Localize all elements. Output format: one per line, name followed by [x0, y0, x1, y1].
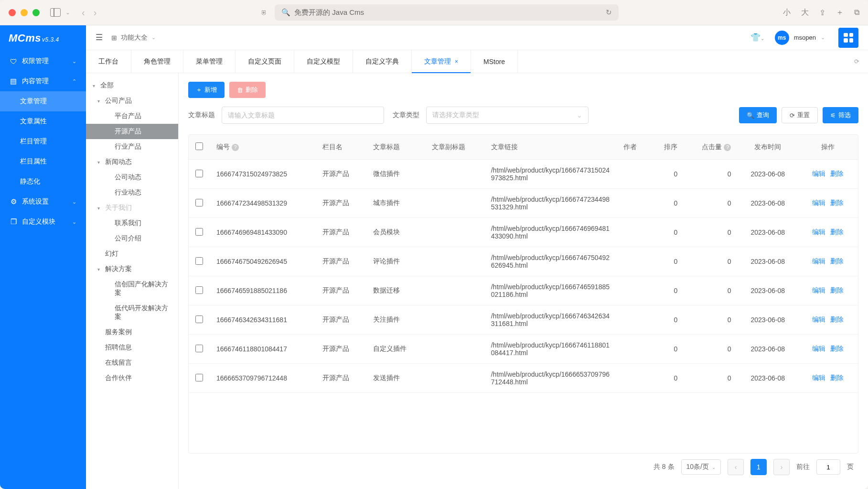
share-icon[interactable]: ⇪	[819, 8, 825, 17]
nav-item-自定义模块[interactable]: ❒自定义模块⌄	[0, 212, 86, 232]
row-checkbox[interactable]	[195, 374, 203, 381]
tree-item-合作伙伴[interactable]: 合作伙伴	[86, 370, 178, 386]
tab-自定义页面[interactable]: 自定义页面	[236, 50, 294, 73]
refresh-icon[interactable]: ↻	[606, 8, 612, 17]
row-checkbox[interactable]	[195, 315, 203, 323]
delete-link[interactable]: 删除	[830, 374, 844, 381]
text-size-small[interactable]: 小	[783, 8, 791, 18]
tree-item-解决方案[interactable]: ▾解决方案	[86, 261, 178, 277]
tree-item-服务案例[interactable]: 服务案例	[86, 325, 178, 340]
tree-item-平台产品[interactable]: 平台产品	[86, 109, 178, 124]
url-bar[interactable]: 🔍 免费开源的 Java Cms ↻	[275, 4, 619, 21]
tree-item-关于我们[interactable]: ▾关于我们	[86, 200, 178, 216]
edit-link[interactable]: 编辑	[812, 315, 825, 323]
apps-grid-button[interactable]	[838, 28, 858, 48]
full-menu-button[interactable]: ⊞ 功能大全 ⌄	[111, 33, 156, 42]
tab-文章管理[interactable]: 文章管理×	[412, 50, 471, 73]
delete-link[interactable]: 删除	[830, 345, 844, 352]
tree-item-招聘信息[interactable]: 招聘信息	[86, 340, 178, 355]
help-icon[interactable]: ?	[724, 144, 731, 151]
edit-link[interactable]: 编辑	[812, 345, 825, 352]
tree-item-开源产品[interactable]: 开源产品	[86, 124, 178, 139]
row-checkbox[interactable]	[195, 228, 203, 236]
page-size-select[interactable]: 10条/页 ⌄	[681, 459, 721, 475]
shield-icon: 🛡	[10, 57, 17, 65]
edit-link[interactable]: 编辑	[812, 257, 825, 265]
tree-item-公司介绍[interactable]: 公司介绍	[86, 231, 178, 246]
select-all-checkbox[interactable]	[195, 142, 203, 150]
cell-publish-time: 2023-06-08	[738, 305, 798, 335]
edit-link[interactable]: 编辑	[812, 286, 825, 294]
nav-sub-文章属性[interactable]: 文章属性	[0, 111, 86, 131]
row-checkbox[interactable]	[195, 199, 203, 206]
collapse-sidebar-icon[interactable]: ☰	[96, 33, 103, 43]
delete-link[interactable]: 删除	[830, 286, 844, 294]
row-checkbox[interactable]	[195, 345, 203, 352]
filter-title-input[interactable]	[222, 107, 384, 124]
new-tab-icon[interactable]: ＋	[836, 8, 844, 18]
edit-link[interactable]: 编辑	[812, 228, 825, 236]
edit-link[interactable]: 编辑	[812, 199, 825, 206]
delete-link[interactable]: 删除	[830, 228, 844, 236]
page-number-button[interactable]: 1	[750, 459, 767, 475]
close-tab-icon[interactable]: ×	[455, 58, 458, 65]
tree-item-全部[interactable]: ▾全部	[86, 78, 178, 93]
filter-button[interactable]: ⚟ 筛选	[823, 107, 858, 123]
text-size-large[interactable]: 大	[801, 8, 809, 18]
delete-button[interactable]: 🗑 删除	[229, 82, 266, 98]
reset-button[interactable]: ⟳ 重置	[782, 107, 818, 123]
edit-link[interactable]: 编辑	[812, 374, 825, 381]
tab-菜单管理[interactable]: 菜单管理	[183, 50, 236, 73]
goto-page-input[interactable]	[816, 459, 840, 475]
nav-item-权限管理[interactable]: 🛡权限管理⌄	[0, 51, 86, 71]
tab-MStore[interactable]: MStore	[471, 50, 518, 73]
maximize-window-button[interactable]	[32, 9, 40, 16]
user-menu[interactable]: ms msopen ⌄	[775, 31, 825, 45]
delete-link[interactable]: 删除	[830, 170, 844, 177]
chevron-down-icon[interactable]: ⌄	[65, 9, 70, 16]
tree-item-行业产品[interactable]: 行业产品	[86, 139, 178, 154]
delete-link[interactable]: 删除	[830, 199, 844, 206]
tree-item-联系我们[interactable]: 联系我们	[86, 216, 178, 231]
tab-角色管理[interactable]: 角色管理	[131, 50, 183, 73]
close-window-button[interactable]	[9, 9, 16, 16]
tree-item-信创国产化解决方案[interactable]: 信创国产化解决方案	[86, 277, 178, 301]
nav-sub-栏目属性[interactable]: 栏目属性	[0, 152, 86, 172]
minimize-window-button[interactable]	[21, 9, 28, 16]
nav-sub-文章管理[interactable]: 文章管理	[0, 91, 86, 111]
tree-item-新闻动态[interactable]: ▾新闻动态	[86, 154, 178, 170]
add-button[interactable]: ＋ 新增	[188, 82, 225, 98]
tree-item-在线留言[interactable]: 在线留言	[86, 355, 178, 370]
sidebar-toggle-icon[interactable]	[50, 8, 61, 17]
tree-item-公司产品[interactable]: ▾公司产品	[86, 93, 178, 109]
prev-page-button[interactable]: ‹	[728, 459, 744, 475]
back-button[interactable]: ‹	[82, 7, 85, 18]
row-checkbox[interactable]	[195, 170, 203, 177]
next-page-button[interactable]: ›	[773, 459, 790, 475]
nav-item-内容管理[interactable]: ▤内容管理⌃	[0, 71, 86, 91]
row-checkbox[interactable]	[195, 286, 203, 294]
nav-sub-栏目管理[interactable]: 栏目管理	[0, 131, 86, 152]
tree-item-低代码开发解决方案[interactable]: 低代码开发解决方案	[86, 301, 178, 325]
tabs-overview-icon[interactable]: ⧉	[854, 8, 859, 17]
edit-link[interactable]: 编辑	[812, 170, 825, 177]
tab-工作台[interactable]: 工作台	[86, 50, 131, 73]
privacy-shield-icon[interactable]: ⛨	[261, 9, 267, 16]
row-checkbox[interactable]	[195, 257, 203, 265]
nav-sub-静态化[interactable]: 静态化	[0, 172, 86, 192]
tree-item-公司动态[interactable]: 公司动态	[86, 170, 178, 185]
forward-button[interactable]: ›	[94, 7, 97, 18]
delete-link[interactable]: 删除	[830, 315, 844, 323]
tree-item-行业动态[interactable]: 行业动态	[86, 185, 178, 200]
filter-type-select[interactable]: 请选择文章类型 ⌄	[426, 107, 589, 124]
help-icon[interactable]: ?	[232, 144, 239, 151]
cell-sort: 0	[651, 247, 685, 276]
search-button[interactable]: 🔍 查询	[739, 107, 777, 123]
tabs-refresh-button[interactable]: ⟳	[846, 50, 868, 73]
tab-自定义模型[interactable]: 自定义模型	[294, 50, 353, 73]
tab-自定义字典[interactable]: 自定义字典	[353, 50, 412, 73]
theme-icon[interactable]: 👕⌄	[750, 33, 764, 43]
delete-link[interactable]: 删除	[830, 257, 844, 265]
tree-item-幻灯[interactable]: 幻灯	[86, 246, 178, 261]
nav-item-系统设置[interactable]: ⚙系统设置⌄	[0, 192, 86, 212]
